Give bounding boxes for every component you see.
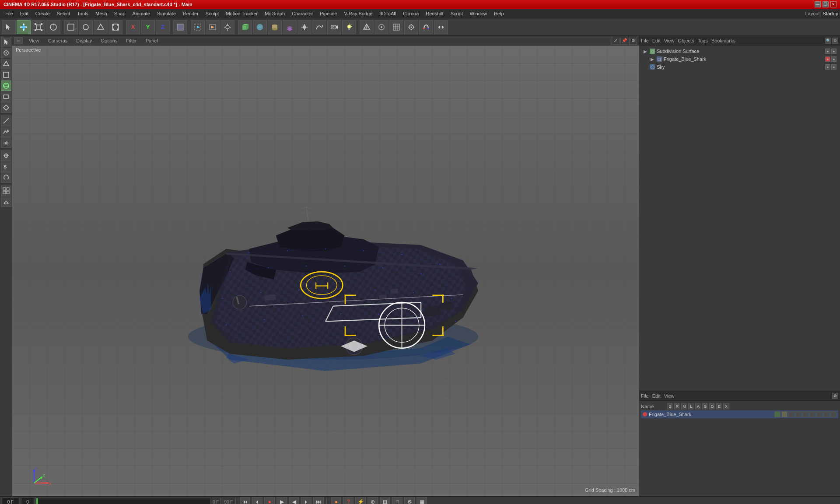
attr-menu-file[interactable]: File: [641, 393, 649, 399]
menu-mograph[interactable]: MoGraph: [261, 10, 288, 17]
attr-col-btn-x[interactable]: [830, 411, 836, 417]
wireframe-btn[interactable]: [360, 20, 374, 34]
col-g[interactable]: G: [702, 403, 708, 410]
menu-script[interactable]: Script: [447, 10, 466, 17]
next-frame-btn[interactable]: ⏵: [301, 497, 312, 504]
left-tool-14[interactable]: [1, 186, 11, 196]
obj-menu-bookmarks[interactable]: Bookmarks: [711, 38, 735, 43]
menu-simulate[interactable]: Simulate: [154, 10, 179, 17]
play-reverse-btn[interactable]: ◀: [289, 497, 299, 504]
viewport-tab-view[interactable]: View: [24, 37, 44, 44]
viewport-pin-btn[interactable]: 📌: [620, 37, 628, 45]
sphere-btn[interactable]: [253, 20, 267, 34]
attr-col-btn-e[interactable]: [823, 411, 830, 417]
viewport-tab-filter[interactable]: Filter: [122, 37, 141, 44]
menu-corona[interactable]: Corona: [399, 10, 422, 17]
param-btn[interactable]: ⊞: [380, 497, 390, 504]
menu-motion-tracker[interactable]: Motion Tracker: [222, 10, 261, 17]
cube-btn[interactable]: [238, 20, 252, 34]
attr-menu-view[interactable]: View: [664, 393, 675, 399]
col-s[interactable]: S: [667, 403, 673, 410]
mesh-mode-btn[interactable]: [79, 20, 93, 34]
point-mode-btn[interactable]: [94, 20, 108, 34]
move-tool-btn[interactable]: [17, 20, 31, 34]
menu-edit[interactable]: Edit: [17, 10, 32, 17]
obj-visible-btn-frigate[interactable]: ●: [825, 56, 830, 62]
left-tool-6[interactable]: [1, 91, 11, 102]
left-tool-1[interactable]: [1, 37, 11, 47]
help-btn[interactable]: ?: [343, 497, 354, 504]
viewport-maximize-btn[interactable]: ⤢: [612, 37, 620, 45]
attr-menu-edit[interactable]: Edit: [652, 393, 661, 399]
viewport-3d[interactable]: Y X Z Perspective Grid Spacing : 1000 cm: [12, 46, 639, 496]
attr-panel-settings[interactable]: ⚙: [832, 393, 838, 399]
left-tool-3[interactable]: [1, 59, 11, 69]
obj-menu-view[interactable]: View: [664, 38, 675, 43]
model-mode-btn[interactable]: [64, 20, 78, 34]
left-tool-15[interactable]: [1, 196, 11, 207]
cylinder-btn[interactable]: [268, 20, 282, 34]
object-item-subdivision[interactable]: ▶ ⬡ Subdivision Surface ● ●: [641, 47, 838, 55]
menu-sculpt[interactable]: Sculpt: [202, 10, 223, 17]
obj-panel-settings[interactable]: ⚙: [832, 38, 838, 44]
viewport-menu-btn[interactable]: ⚙: [629, 37, 637, 45]
go-start-btn[interactable]: ⏮: [240, 497, 250, 504]
viewport-tab-display[interactable]: Display: [72, 37, 96, 44]
render-region-btn[interactable]: [191, 20, 205, 34]
frame-number-input[interactable]: [21, 497, 34, 504]
attr-col-btn-l[interactable]: [795, 411, 802, 417]
left-tool-2[interactable]: [1, 48, 11, 58]
rotate-tool-btn[interactable]: [46, 20, 60, 34]
y-axis-btn[interactable]: Y: [141, 20, 155, 34]
obj-panel-search[interactable]: 🔍: [825, 38, 831, 44]
left-tool-5[interactable]: [1, 80, 11, 91]
current-frame-input[interactable]: [2, 497, 19, 504]
auto-key-btn[interactable]: ⚡: [355, 497, 366, 504]
close-button[interactable]: ✕: [830, 1, 836, 7]
left-tool-8[interactable]: [1, 116, 11, 126]
obj-menu-tags[interactable]: Tags: [698, 38, 708, 43]
menu-pipeline[interactable]: Pipeline: [316, 10, 340, 17]
render-settings-btn[interactable]: [220, 20, 234, 34]
col-a[interactable]: A: [695, 403, 701, 410]
menu-create[interactable]: Create: [32, 10, 53, 17]
obj-render-btn[interactable]: ●: [831, 49, 836, 54]
minimize-button[interactable]: —: [815, 1, 821, 7]
obj-render-btn-sky[interactable]: ●: [831, 64, 836, 70]
menu-snap[interactable]: Snap: [111, 10, 129, 17]
menu-render[interactable]: Render: [179, 10, 202, 17]
keyframe-btn[interactable]: ●: [331, 497, 341, 504]
attr-col-btn-s[interactable]: [774, 411, 780, 417]
menu-mesh[interactable]: Mesh: [92, 10, 111, 17]
attr-frigate-row[interactable]: Frigate_Blue_Shark: [641, 410, 838, 418]
magnet-btn[interactable]: [419, 20, 433, 34]
record-btn[interactable]: ●: [264, 497, 275, 504]
go-end-btn[interactable]: ⏭: [313, 497, 324, 504]
obj-visible-btn-sky[interactable]: ●: [825, 64, 830, 70]
viewport-panel-grip[interactable]: ⠿: [14, 37, 23, 44]
z-axis-btn[interactable]: Z: [156, 20, 170, 34]
animation-layer-btn[interactable]: ≡: [392, 497, 402, 504]
select-tool-btn[interactable]: [2, 20, 16, 34]
attr-col-btn-r[interactable]: [781, 411, 788, 417]
left-tool-11[interactable]: [1, 150, 11, 161]
attr-col-btn-g[interactable]: [809, 411, 816, 417]
viewport-tab-options[interactable]: Options: [96, 37, 122, 44]
window-controls[interactable]: — ❐ ✕: [815, 1, 836, 7]
frame-scrubber[interactable]: [36, 498, 211, 504]
menu-3dtoall[interactable]: 3DToAll: [376, 10, 399, 17]
attr-col-btn-m[interactable]: [788, 411, 794, 417]
null-btn[interactable]: [298, 20, 312, 34]
col-e[interactable]: E: [716, 403, 722, 410]
attr-col-btn-d[interactable]: [816, 411, 822, 417]
edge-mode-btn[interactable]: [108, 20, 122, 34]
obj-menu-file[interactable]: File: [641, 38, 649, 43]
object-item-frigate[interactable]: ▶ ◫ Frigate_Blue_Shark ● ●: [641, 55, 838, 63]
display-settings-btn[interactable]: [374, 20, 388, 34]
restore-button[interactable]: ❐: [822, 1, 829, 7]
object-axis-btn[interactable]: [173, 20, 187, 34]
col-l[interactable]: L: [688, 403, 694, 410]
left-tool-10[interactable]: ab: [1, 137, 11, 148]
left-tool-13[interactable]: [1, 172, 11, 183]
col-d[interactable]: D: [709, 403, 715, 410]
